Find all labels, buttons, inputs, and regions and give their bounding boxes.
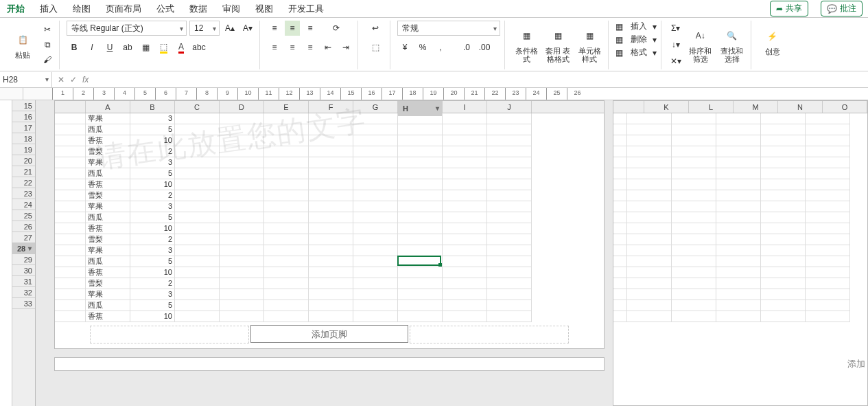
group-editing: Σ▾ ↓▾ ✕▾ A↓排序和 筛选 🔍查找和 选择 — [664, 21, 751, 69]
cancel-formula-button[interactable]: ✕ — [58, 75, 64, 84]
group-styles: ▦条件格式 ▦套用 表格格式 ▦单元格 样式 — [508, 21, 609, 69]
align-left-button[interactable]: ≡ — [267, 40, 282, 55]
page-2: KLMNO — [613, 100, 868, 406]
enter-formula-button[interactable]: ✓ — [70, 75, 77, 84]
search-icon: 🔍 — [723, 26, 742, 45]
insert-row-button[interactable]: ▦ 插入 ▾ — [615, 21, 657, 32]
increase-indent-button[interactable]: ⇥ — [338, 40, 353, 55]
side-add-text: 添加 — [847, 358, 865, 370]
font-color-button[interactable]: A — [174, 40, 189, 55]
format-row-button[interactable]: ▦ 格式 ▾ — [615, 47, 657, 58]
phonetic-button[interactable]: abc — [191, 40, 207, 55]
tab-formulas[interactable]: 公式 — [155, 0, 176, 18]
share-icon: ➦ — [776, 4, 783, 14]
decrease-indent-button[interactable]: ⇤ — [320, 40, 336, 55]
group-alignment: ≡ ≡ ≡ ⟳ ≡ ≡ ≡ ⇤ ⇥ — [263, 21, 358, 69]
table-format-button[interactable]: ▦套用 表格格式 — [543, 24, 572, 65]
copy-icon: ⧉ — [45, 40, 51, 49]
tab-developer[interactable]: 开发工具 — [287, 0, 325, 18]
group-wrap: ↩ ⬚ — [361, 21, 390, 69]
align-middle-button[interactable]: ≡ — [285, 21, 300, 36]
sort-filter-button[interactable]: A↓排序和 筛选 — [686, 24, 715, 65]
wrap-text-button[interactable]: ↩ — [365, 21, 386, 36]
increase-decimal-button[interactable]: .0 — [459, 40, 474, 55]
delete-icon: ▦ — [615, 35, 623, 45]
italic-button[interactable]: I — [84, 40, 99, 55]
copy-button[interactable]: ⧉ — [40, 38, 55, 52]
clear-button[interactable]: ✕▾ — [668, 54, 683, 69]
conditional-format-button[interactable]: ▦条件格式 — [512, 24, 541, 65]
font-name-select[interactable]: 等线 Regular (正文) — [67, 21, 187, 36]
sheet-area: 15161718192021222324252627282930313233 A… — [0, 100, 868, 406]
tab-view[interactable]: 视图 — [254, 0, 274, 18]
insert-icon: ▦ — [615, 22, 623, 32]
align-right-button[interactable]: ≡ — [303, 40, 318, 55]
paste-icon: 📋 — [13, 30, 32, 49]
tab-draw[interactable]: 绘图 — [71, 0, 92, 18]
tab-home[interactable]: 开始 — [5, 0, 26, 18]
sort-icon: A↓ — [691, 26, 710, 45]
orientation-button[interactable]: ⟳ — [329, 21, 344, 36]
group-creative: ⚡创意 — [754, 21, 791, 69]
align-center-button[interactable]: ≡ — [285, 40, 300, 55]
delete-row-button[interactable]: ▦ 删除 ▾ — [615, 34, 657, 45]
group-cells: ▦ 插入 ▾ ▦ 删除 ▾ ▦ 格式 ▾ — [611, 21, 661, 69]
increase-font-button[interactable]: A▴ — [222, 21, 237, 36]
share-button[interactable]: ➦共享 — [770, 1, 808, 16]
comment-button[interactable]: 💬批注 — [821, 1, 863, 16]
column-headers-2[interactable]: KLMNO — [613, 101, 867, 113]
number-format-select[interactable]: 常规 — [397, 21, 500, 36]
add-footer-button[interactable]: 添加页脚 — [250, 325, 408, 343]
group-font: 等线 Regular (正文) 12 A▴ A▾ B I U ab ▦ ⬚ A … — [62, 21, 260, 69]
cell-grid-2[interactable] — [613, 113, 867, 322]
group-clipboard: 📋 粘贴 ✂ ⧉ 🖌 — [4, 21, 60, 69]
format-painter-button[interactable]: 🖌 — [40, 53, 55, 67]
decrease-font-button[interactable]: A▾ — [240, 21, 255, 36]
cell-style-button[interactable]: ▦单元格 样式 — [575, 24, 604, 65]
bold-button[interactable]: B — [67, 40, 82, 55]
autosum-button[interactable]: Σ▾ — [668, 21, 683, 36]
comment-icon: 💬 — [827, 4, 837, 14]
merge-cells-button[interactable]: ⬚ — [365, 40, 386, 55]
fill-color-button[interactable]: ⬚ — [156, 40, 171, 55]
brush-icon: 🖌 — [43, 55, 51, 65]
paste-button[interactable]: 📋 粘贴 — [8, 24, 37, 65]
tab-review[interactable]: 审阅 — [221, 0, 242, 18]
tab-pagelayout[interactable]: 页面布局 — [104, 0, 143, 18]
cell-style-icon: ▦ — [580, 26, 599, 45]
font-size-select[interactable]: 12 — [189, 21, 220, 36]
menu-tabs: 开始 插入 绘图 页面布局 公式 数据 审阅 视图 开发工具 ➦共享 💬批注 — [0, 0, 868, 18]
decrease-decimal-button[interactable]: .00 — [477, 40, 492, 55]
borders-button[interactable]: ▦ — [138, 40, 153, 55]
ribbon: 📋 粘贴 ✂ ⧉ 🖌 等线 Regular (正文) 12 A▴ A▾ B I … — [0, 18, 868, 71]
name-box[interactable]: H28 — [0, 72, 52, 87]
find-select-button[interactable]: 🔍查找和 选择 — [718, 24, 747, 65]
cut-button[interactable]: ✂ — [40, 23, 55, 36]
creative-button[interactable]: ⚡创意 — [758, 21, 787, 62]
next-page-top — [54, 357, 605, 371]
comma-button[interactable]: , — [433, 40, 448, 55]
fx-button[interactable]: fx — [82, 75, 89, 84]
row-headers[interactable]: 15161718192021222324252627282930313233 — [12, 100, 36, 406]
vertical-ruler — [0, 100, 12, 406]
percent-button[interactable]: % — [415, 40, 430, 55]
formula-bar: H28 ✕ ✓ fx — [0, 71, 868, 88]
fill-button[interactable]: ↓▾ — [668, 37, 683, 52]
format-icon: ▦ — [615, 48, 623, 58]
table-format-icon: ▦ — [548, 26, 567, 45]
currency-button[interactable]: ¥ — [397, 40, 412, 55]
tab-data[interactable]: 数据 — [188, 0, 209, 18]
horizontal-ruler: 1234567891011121314151617181920212223242… — [0, 88, 868, 100]
underline-button[interactable]: U — [102, 40, 117, 55]
align-top-button[interactable]: ≡ — [267, 21, 282, 36]
cond-format-icon: ▦ — [517, 26, 536, 45]
scissors-icon: ✂ — [44, 25, 51, 34]
cell-grid[interactable]: 请在此放置您的文字 苹果3西瓜5香蕉10雪梨2苹果3西瓜5香蕉10雪梨2苹果3西… — [55, 113, 604, 322]
group-number: 常规 ¥ % , .0 .00 — [393, 21, 505, 69]
page-1: ABCDEFGHIJ 请在此放置您的文字 苹果3西瓜5香蕉10雪梨2苹果3西瓜5… — [54, 100, 605, 349]
column-headers[interactable]: ABCDEFGHIJ — [55, 101, 604, 113]
align-bottom-button[interactable]: ≡ — [303, 21, 318, 36]
tab-insert[interactable]: 插入 — [38, 0, 59, 18]
strikethrough-button[interactable]: ab — [120, 40, 135, 55]
formula-input[interactable] — [94, 71, 868, 87]
